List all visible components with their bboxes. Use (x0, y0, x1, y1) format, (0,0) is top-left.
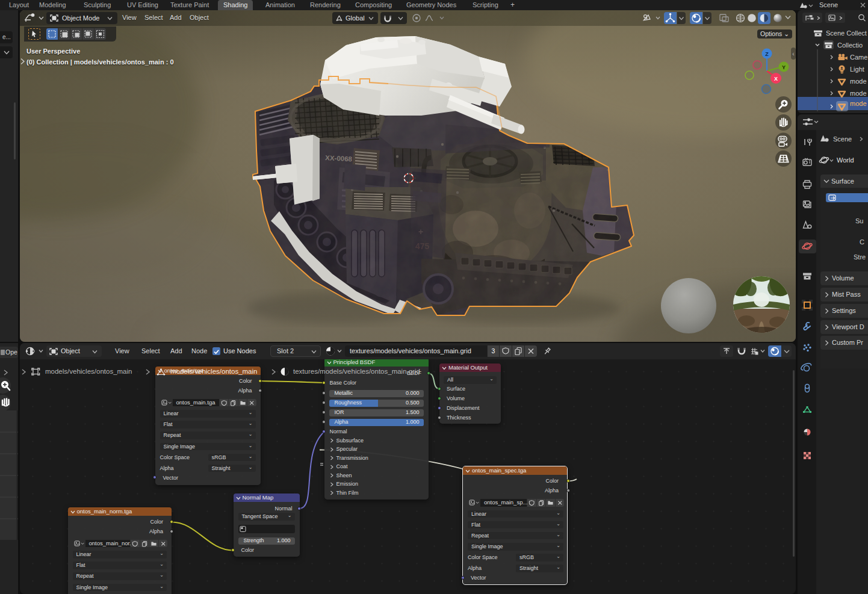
svg-text:Y: Y (782, 64, 786, 70)
svg-text:‹: ‹ (792, 51, 794, 57)
svg-text:Scene: Scene (833, 135, 852, 143)
svg-text:Z: Z (765, 51, 769, 57)
svg-text:World: World (837, 156, 854, 164)
svg-text:X: X (774, 76, 778, 82)
